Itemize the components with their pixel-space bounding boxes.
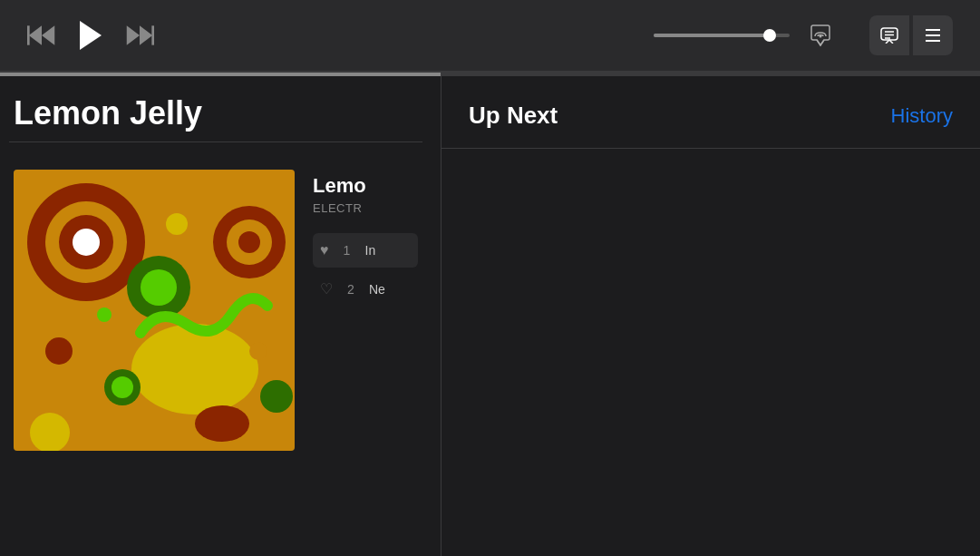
- main-content: Lemon Jelly: [0, 76, 980, 556]
- rewind-button[interactable]: [27, 23, 56, 48]
- track-heart-2[interactable]: ♡: [320, 280, 333, 298]
- svg-point-29: [195, 405, 249, 442]
- svg-rect-2: [27, 25, 30, 44]
- svg-point-25: [238, 231, 260, 253]
- track-heart-1[interactable]: ♥: [320, 242, 329, 258]
- top-bar: [0, 0, 980, 73]
- svg-point-27: [112, 376, 133, 398]
- track-name-2: Ne: [369, 282, 385, 297]
- airplay-button[interactable]: [808, 22, 833, 50]
- svg-point-22: [131, 324, 258, 415]
- svg-marker-4: [127, 25, 140, 44]
- play-button[interactable]: [74, 19, 107, 52]
- album-title: Lemo: [313, 174, 418, 198]
- album-art: [14, 170, 295, 451]
- svg-marker-1: [42, 25, 54, 44]
- fastforward-button[interactable]: [125, 23, 154, 48]
- volume-area: [654, 15, 953, 55]
- svg-rect-6: [151, 25, 154, 44]
- history-button[interactable]: History: [891, 104, 953, 128]
- up-next-label: Up Next: [469, 102, 558, 130]
- svg-point-32: [166, 213, 188, 235]
- queue-header: Up Next History: [441, 76, 980, 148]
- svg-point-7: [820, 34, 822, 37]
- track-item: ♡ 2 Ne: [313, 271, 418, 307]
- album-section: Lemo ELECTR ♥ 1 In ♡ 2 Ne: [9, 161, 422, 460]
- volume-fill: [654, 34, 770, 37]
- svg-marker-3: [80, 21, 102, 50]
- svg-point-19: [73, 229, 100, 256]
- lyrics-button[interactable]: [869, 15, 909, 55]
- track-number-1: 1: [340, 243, 354, 258]
- track-name-1: In: [365, 243, 376, 258]
- svg-point-28: [45, 337, 73, 365]
- left-panel: Lemon Jelly: [0, 76, 441, 556]
- svg-marker-0: [29, 25, 42, 44]
- queue-content: [441, 149, 980, 556]
- album-info: Lemo ELECTR ♥ 1 In ♡ 2 Ne: [313, 170, 418, 310]
- track-item: ♥ 1 In: [313, 233, 418, 268]
- track-list: ♥ 1 In ♡ 2 Ne: [313, 233, 418, 307]
- svg-point-21: [141, 269, 177, 306]
- svg-marker-5: [140, 25, 152, 44]
- volume-thumb: [763, 29, 776, 42]
- transport-controls: [27, 19, 154, 52]
- svg-point-34: [249, 342, 267, 360]
- svg-point-31: [30, 413, 70, 451]
- right-panel: Up Next History: [441, 76, 980, 556]
- artist-name: Lemon Jelly: [14, 94, 422, 132]
- right-buttons: [869, 15, 953, 55]
- divider-line: [9, 141, 422, 142]
- queue-button[interactable]: [913, 15, 953, 55]
- album-genre: ELECTR: [313, 201, 418, 215]
- svg-point-33: [97, 307, 112, 322]
- svg-point-30: [260, 380, 293, 413]
- track-number-2: 2: [344, 282, 358, 297]
- volume-slider[interactable]: [654, 34, 790, 37]
